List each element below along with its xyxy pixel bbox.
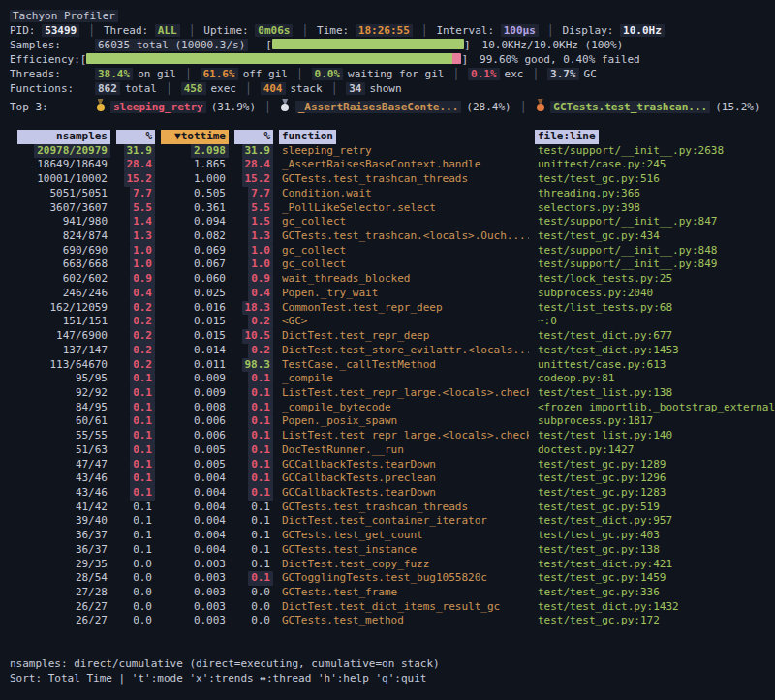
divider: │ <box>264 101 271 113</box>
table-row[interactable]: 162/120590.20.01618.3CommonTest.test_rep… <box>10 301 775 316</box>
column-header-4[interactable]: function <box>279 130 336 144</box>
table-row[interactable]: 668/6681.00.0671.0gc_collecttest/support… <box>10 258 775 272</box>
column-label: % <box>116 130 155 144</box>
column-header-3[interactable]: % <box>234 130 273 144</box>
functions-label: Functions: <box>10 81 87 96</box>
percent-cumulative-cell: 10.5 <box>234 329 273 344</box>
table-row[interactable]: 28/540.00.0030.1GCTogglingTests.test_bug… <box>10 571 775 586</box>
percent-cumulative-cell-value: 31.9 <box>242 144 274 159</box>
percent-direct-cell: 0.1 <box>116 472 155 486</box>
function-cell: Popen._try_wait <box>279 287 529 301</box>
percent-direct-cell-value: 0.1 <box>130 458 155 472</box>
table-row[interactable]: 824/8741.30.0821.3GCTests.test_trashcan.… <box>10 229 775 244</box>
percent-direct-cell-value: 0.0 <box>130 600 155 615</box>
percent-cumulative-cell-value: 5.5 <box>248 201 273 216</box>
top3-percent: (15.2%) <box>715 101 760 113</box>
table-row[interactable]: 92/920.10.0090.1ListTest.test_repr_large… <box>10 386 775 401</box>
table-row[interactable]: 18649/1864928.41.86528.4_AssertRaisesBas… <box>10 158 775 172</box>
percent-direct-cell-value: 0.1 <box>130 486 155 501</box>
percent-direct-cell-value: 0.1 <box>130 529 155 543</box>
percent-cumulative-cell-value: 1.0 <box>248 258 273 272</box>
file-line-cell: test/test_gc.py:434 <box>535 229 775 244</box>
table-row[interactable]: 43/460.10.0040.1GCCallbackTests.preclean… <box>10 472 775 486</box>
table-row[interactable]: 602/6020.90.0600.9wait_threads_blockedte… <box>10 272 775 287</box>
table-row[interactable]: 55/550.10.0060.1ListTest.test_repr_large… <box>10 429 775 443</box>
percent-cumulative-cell: 0.2 <box>234 344 273 358</box>
table-row[interactable]: 113/646700.20.01198.3TestCase._callTestM… <box>10 358 775 373</box>
table-row[interactable]: 151/1510.20.0150.2<GC>~:0 <box>10 315 775 329</box>
column-header-0[interactable]: nsamples <box>17 130 110 144</box>
table-row[interactable]: 5051/50517.70.5057.7Condition.waitthread… <box>10 187 775 201</box>
file-line-cell: test/support/__init__.py:849 <box>535 258 775 272</box>
table-row[interactable]: 26/270.00.0030.0GCTests.test_methodtest/… <box>10 614 775 628</box>
file-line-cell-value: test/test_gc.py:519 <box>535 501 663 515</box>
percent-direct-cell-value: 0.1 <box>130 543 155 558</box>
file-line-cell: test/test_dict.py:677 <box>535 329 775 344</box>
function-cell-value: DictTest.test_container_iterator <box>279 514 490 529</box>
nsamples-cell: 246/246 <box>17 287 110 301</box>
table-row[interactable]: 36/370.10.0040.1GCTests.test_instancetes… <box>10 543 775 558</box>
percent-direct-cell-value: 0.0 <box>130 586 155 600</box>
footer-legend: nsamples: direct/cumulative (direct=exec… <box>10 656 775 671</box>
percent-direct-cell-value: 7.7 <box>130 187 155 201</box>
percent-cumulative-cell-value: 0.1 <box>248 401 273 415</box>
table-row[interactable]: 95/950.10.0090.1_compilecodeop.py:81 <box>10 372 775 386</box>
column-header-1[interactable]: % <box>116 130 155 144</box>
nsamples-cell: 51/63 <box>17 443 110 458</box>
table-row[interactable]: 36/370.10.0040.1GCTests.test_get_countte… <box>10 529 775 543</box>
table-body: 20978/2097931.92.09831.9sleeping_retryte… <box>10 144 775 628</box>
function-cell-value: gc_collect <box>279 215 349 229</box>
function-cell: DictTest.test_container_iterator <box>279 514 529 529</box>
tottime-cell-value: 0.004 <box>191 514 229 529</box>
table-row[interactable]: 941/9801.40.0941.5gc_collecttest/support… <box>10 215 775 229</box>
file-line-cell: test/test_gc.py:1283 <box>535 486 775 501</box>
percent-direct-cell-value: 0.1 <box>130 472 155 486</box>
file-line-cell: test/support/__init__.py:2638 <box>535 144 775 159</box>
file-line-cell: threading.py:366 <box>535 187 775 201</box>
table-row[interactable]: 137/1470.20.0140.2DictTest.test_store_ev… <box>10 344 775 358</box>
profiler-app: Tachyon Profiler PID: 53499│Thread: ALL│… <box>0 0 775 685</box>
table-row[interactable]: 690/6901.00.0691.0gc_collecttest/support… <box>10 244 775 259</box>
file-line-cell: selectors.py:398 <box>535 201 775 216</box>
table-row[interactable]: 51/630.10.0050.1DocTestRunner.__rundocte… <box>10 443 775 458</box>
function-cell: Condition.wait <box>279 187 529 201</box>
table-row[interactable]: 20978/2097931.92.09831.9sleeping_retryte… <box>10 144 775 159</box>
file-line-cell-value: test/test_gc.py:172 <box>535 614 663 628</box>
percent-cumulative-cell: 0.0 <box>234 586 273 600</box>
percent-direct-cell-value: 0.1 <box>130 414 155 429</box>
nsamples-cell-value: 36/37 <box>73 543 110 558</box>
percent-direct-cell: 0.2 <box>116 358 155 373</box>
gold-medal-icon <box>95 99 106 112</box>
table-row[interactable]: 43/460.10.0040.1GCCallbackTests.tearDown… <box>10 486 775 501</box>
file-line-cell-value: <frozen importlib._bootstrap_external <box>535 401 775 415</box>
percent-direct-cell: 7.7 <box>116 187 155 201</box>
table-row[interactable]: 60/610.10.0060.1Popen._posix_spawnsubpro… <box>10 414 775 429</box>
percent-cumulative-cell-value: 0.1 <box>248 571 273 586</box>
function-cell: _compile <box>279 372 529 386</box>
tottime-cell: 0.015 <box>161 329 229 344</box>
column-header-2[interactable]: ▼tottime <box>161 130 229 144</box>
function-cell: GCTests.test_get_count <box>279 529 529 543</box>
table-row[interactable]: 3607/36075.50.3615.5_PollLikeSelector.se… <box>10 201 775 216</box>
column-header-5[interactable]: file:line <box>535 130 599 144</box>
percent-cumulative-cell-value: 7.7 <box>248 187 273 201</box>
table-row[interactable]: 27/280.00.0030.0GCTests.test_frametest/t… <box>10 586 775 600</box>
table-row[interactable]: 39/400.10.0040.1DictTest.test_container_… <box>10 514 775 529</box>
file-line-cell-value: test/test_dict.py:677 <box>535 329 675 344</box>
table-row[interactable]: 41/420.10.0040.1GCTests.test_trashcan_th… <box>10 501 775 515</box>
table-row[interactable]: 47/470.10.0050.1GCCallbackTests.tearDown… <box>10 458 775 472</box>
nsamples-cell: 84/95 <box>17 401 110 415</box>
function-cell: sleeping_retry <box>279 144 529 159</box>
table-row[interactable]: 10001/1000215.21.00015.2GCTests.test_tra… <box>10 172 775 187</box>
percent-direct-cell-value: 0.0 <box>130 558 155 572</box>
table-row[interactable]: 246/2460.40.0250.4Popen._try_waitsubproc… <box>10 287 775 301</box>
table-row[interactable]: 147/69000.20.01510.5DictTest.test_repr_d… <box>10 329 775 344</box>
table-row[interactable]: 26/270.00.0030.0DictTest.test_dict_items… <box>10 600 775 615</box>
function-cell-value: DictTest.test_dict_items_result_gc <box>279 600 503 615</box>
thread-value[interactable]: ALL <box>155 24 180 37</box>
percent-direct-cell: 0.1 <box>116 543 155 558</box>
uptime-value: 0m06s <box>255 24 293 37</box>
percent-cumulative-cell-value: 0.1 <box>248 501 273 515</box>
table-row[interactable]: 29/350.00.0030.1DictTest.test_copy_fuzzt… <box>10 558 775 572</box>
table-row[interactable]: 84/950.10.0080.1_compile_bytecode<frozen… <box>10 401 775 415</box>
